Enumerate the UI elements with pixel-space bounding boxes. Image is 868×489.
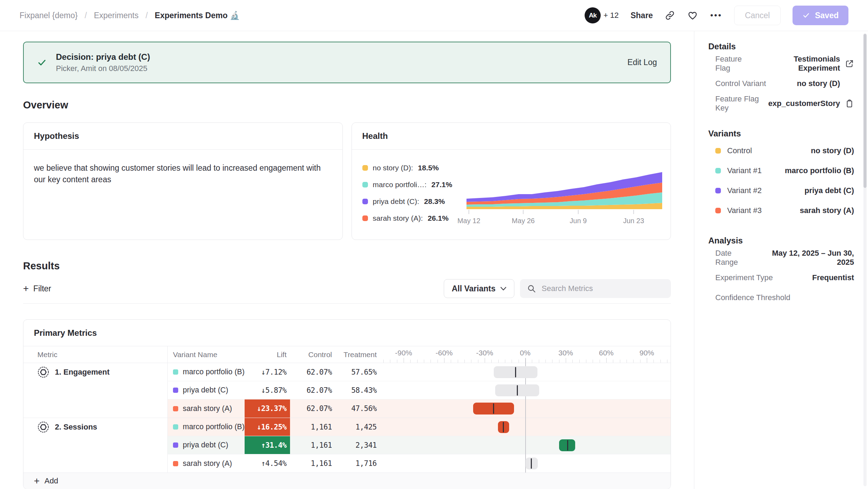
decision-banner: Decision: priya debt (C) Picker, Amit on… xyxy=(23,42,671,83)
copy-clipboard-icon[interactable] xyxy=(845,99,854,108)
cancel-button[interactable]: Cancel xyxy=(734,6,781,25)
experiment-type-row: Experiment Type Frequentist xyxy=(708,268,854,288)
check-icon xyxy=(802,12,810,19)
primary-metrics-title: Primary Metrics xyxy=(23,320,671,346)
metric-cell[interactable]: 1. Engagement xyxy=(23,363,168,418)
copy-link-icon[interactable] xyxy=(665,10,675,21)
axis-percent-label: 30% xyxy=(548,349,583,357)
variant-color-swatch xyxy=(173,424,178,430)
treatment-cell: 47.56% xyxy=(332,399,381,418)
control-cell: 62.07% xyxy=(290,399,332,418)
axis-percent-label: -60% xyxy=(427,349,462,357)
breadcrumb-experiments[interactable]: Experiments xyxy=(94,11,139,20)
axis-tick xyxy=(559,360,559,363)
axis-tick xyxy=(485,358,485,363)
health-legend-item: sarah story (A): 26.1% xyxy=(362,210,467,227)
treatment-cell: 1,716 xyxy=(332,454,381,473)
variant-row: Variant #3sarah story (A) xyxy=(708,200,854,220)
table-row[interactable]: marco portfolio (B)↓7.12%62.07%57.65% xyxy=(168,363,671,381)
metric-rows: marco portfolio (B)↓7.12%62.07%57.65%pri… xyxy=(168,363,671,418)
metric-cell[interactable]: 2. Sessions xyxy=(23,418,168,473)
variant-color-swatch xyxy=(715,208,721,213)
axis-tick xyxy=(404,358,404,363)
axis-tick xyxy=(397,360,397,363)
edit-log-button[interactable]: Edit Log xyxy=(628,58,657,67)
legend-swatch xyxy=(362,215,368,221)
table-row[interactable]: sarah story (A)↓23.37%62.07%47.56% xyxy=(168,399,671,418)
table-row[interactable]: priya debt (C)↓5.87%62.07%58.43% xyxy=(168,381,671,399)
column-header-metric: Metric xyxy=(23,346,168,363)
metric-group: 2. Sessionsmarco portfolio (B)↓16.25%1,1… xyxy=(23,418,671,473)
analysis-heading: Analysis xyxy=(708,236,854,246)
plus-icon: + xyxy=(34,476,39,486)
variants-list: Controlno story (D)Variant #1marco portf… xyxy=(708,141,854,220)
table-row[interactable]: marco portfolio (B)↓16.25%1,1611,425 xyxy=(168,418,671,436)
saved-button-label: Saved xyxy=(815,11,839,20)
legend-value: 27.1% xyxy=(432,180,453,189)
table-header-row: Metric Variant Name Lift Control Treatme… xyxy=(23,346,671,363)
more-options-button[interactable]: ••• xyxy=(710,11,722,20)
x-tick-label: May 26 xyxy=(512,217,535,225)
search-metrics-input[interactable] xyxy=(541,284,664,293)
lift-marker xyxy=(531,458,532,469)
add-filter-button[interactable]: + Filter xyxy=(23,284,51,293)
feature-flag-key-row: Feature Flag Key exp_customerStory xyxy=(708,93,854,113)
variant-value: sarah story (A) xyxy=(800,206,854,215)
lift-marker xyxy=(567,440,568,451)
target-metric-icon xyxy=(37,366,49,378)
health-legend-item: marco portfoli…: 27.1% xyxy=(362,176,467,193)
legend-swatch xyxy=(362,182,368,187)
legend-value: 26.1% xyxy=(428,214,449,222)
breadcrumb-project[interactable]: Fixpanel {demo} xyxy=(20,11,78,20)
control-variant-value: no story (D) xyxy=(797,79,840,88)
axis-tick xyxy=(464,360,465,363)
hypothesis-body: we believe that showing customer stories… xyxy=(23,150,342,198)
saved-button[interactable]: Saved xyxy=(793,6,848,25)
column-header-treatment: Treatment xyxy=(332,350,381,359)
axis-percent-label: -90% xyxy=(386,349,421,357)
feature-flag-value[interactable]: Testimonials Experiment xyxy=(756,55,840,73)
axis-tick xyxy=(572,360,573,363)
collaborators[interactable]: Ak + 12 xyxy=(585,7,619,23)
legend-label: sarah story (A): xyxy=(373,214,423,222)
axis-tick xyxy=(667,360,667,363)
top-bar: Fixpanel {demo} / Experiments / Experime… xyxy=(0,0,868,31)
table-row[interactable]: sarah story (A)↑4.54%1,1611,716 xyxy=(168,454,671,473)
variants-heading: Variants xyxy=(708,129,854,139)
sidebar-details-section: Details Feature Flag Testimonials Experi… xyxy=(708,42,854,113)
results-toolbar: + Filter All Variants xyxy=(23,279,671,298)
control-cell: 1,161 xyxy=(290,418,332,436)
lift-value: ↓7.12% xyxy=(261,368,287,376)
control-variant-row: Control Variant no story (D) xyxy=(708,73,854,93)
table-row[interactable]: priya debt (C)↑31.4%1,1612,341 xyxy=(168,436,671,454)
details-heading: Details xyxy=(708,42,854,51)
results-heading: Results xyxy=(23,260,671,272)
health-card: Health no story (D): 18.5%marco portfoli… xyxy=(352,122,671,240)
feature-flag-key-label: Feature Flag Key xyxy=(715,94,768,113)
primary-metrics-card: Primary Metrics Metric Variant Name Lift… xyxy=(23,319,671,489)
x-tick-label: Jun 9 xyxy=(570,217,587,225)
favorite-heart-icon[interactable] xyxy=(687,10,698,21)
avatar[interactable]: Ak xyxy=(585,7,601,23)
variants-dropdown[interactable]: All Variants xyxy=(444,279,514,298)
axis-tick xyxy=(627,360,627,363)
axis-tick xyxy=(653,360,654,363)
scrollbar-thumb[interactable] xyxy=(863,34,867,188)
hypothesis-title: Hypothesis xyxy=(23,123,342,150)
share-button[interactable]: Share xyxy=(630,11,653,20)
variants-dropdown-label: All Variants xyxy=(452,284,496,293)
control-cell: 1,161 xyxy=(290,454,332,473)
variant-name: priya debt (C) xyxy=(183,386,228,395)
variant-name-cell: sarah story (A) xyxy=(168,399,245,418)
axis-tick xyxy=(620,360,620,363)
lift-marker xyxy=(517,385,518,396)
lift-cell: ↓5.87% xyxy=(245,381,290,399)
overview-heading: Overview xyxy=(23,99,671,111)
external-link-icon[interactable] xyxy=(845,59,854,68)
decision-title: Decision: priya debt (C) xyxy=(56,52,150,62)
treatment-cell: 1,425 xyxy=(332,418,381,436)
treatment-cell: 57.65% xyxy=(332,363,381,381)
target-metric-icon xyxy=(37,421,49,433)
add-metric-button[interactable]: + Add xyxy=(23,473,671,489)
sidebar-analysis-section: Analysis Date Range May 12, 2025 – Jun 3… xyxy=(708,236,854,307)
